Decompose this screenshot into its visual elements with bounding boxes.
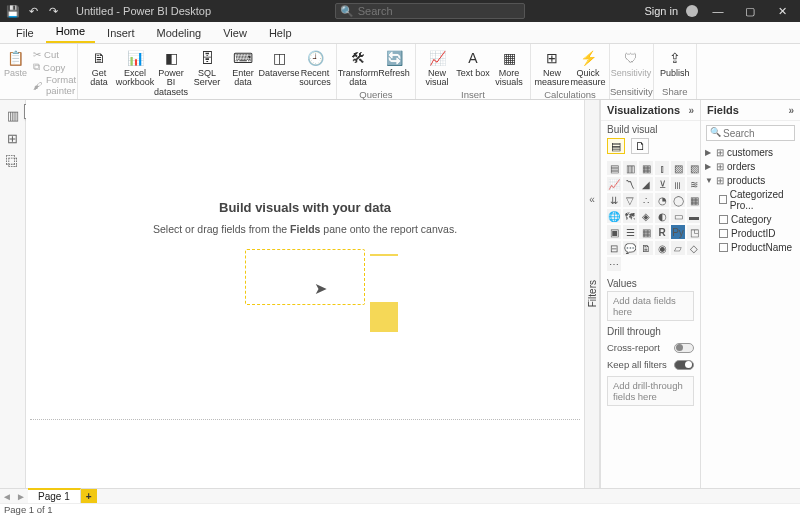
close-button[interactable]: ✕ bbox=[770, 5, 794, 18]
report-view-icon[interactable]: ▥ bbox=[7, 108, 19, 123]
line-chart-icon[interactable]: 📈 bbox=[607, 177, 621, 191]
azure-map-icon[interactable]: ◈ bbox=[639, 209, 653, 223]
narrative-icon[interactable]: 🗎 bbox=[639, 241, 653, 255]
goals-icon[interactable]: ◉ bbox=[655, 241, 669, 255]
checkbox[interactable] bbox=[719, 229, 728, 238]
donut-icon[interactable]: ◯ bbox=[671, 193, 685, 207]
table-products[interactable]: ▼⊞products bbox=[705, 173, 796, 187]
tab-insert[interactable]: Insert bbox=[97, 24, 145, 43]
clustered-column-icon[interactable]: ⫿ bbox=[655, 161, 669, 175]
funnel-icon[interactable]: ▽ bbox=[623, 193, 637, 207]
filters-pane-collapsed[interactable]: Filters bbox=[584, 100, 600, 488]
maximize-button[interactable]: ▢ bbox=[738, 5, 762, 18]
powerapps-icon[interactable]: ◇ bbox=[687, 241, 701, 255]
checkbox[interactable] bbox=[719, 243, 728, 252]
quick-measure-button[interactable]: ⚡Quick measure bbox=[571, 47, 605, 88]
save-icon[interactable]: 💾 bbox=[6, 4, 20, 18]
ribbon-chart-icon[interactable]: ≋ bbox=[687, 177, 701, 191]
tab-modeling[interactable]: Modeling bbox=[147, 24, 212, 43]
py-visual-icon[interactable]: Py bbox=[671, 225, 685, 239]
refresh-button[interactable]: 🔄Refresh bbox=[377, 47, 411, 78]
100-bar-icon[interactable]: ▨ bbox=[671, 161, 685, 175]
enter-data-button[interactable]: ⌨Enter data bbox=[226, 47, 260, 88]
table-icon: ⊞ bbox=[716, 161, 724, 172]
field-productname[interactable]: ProductName bbox=[719, 240, 796, 254]
stacked-area-icon[interactable]: ◢ bbox=[639, 177, 653, 191]
gauge-icon[interactable]: ◐ bbox=[655, 209, 669, 223]
table-icon[interactable]: ▦ bbox=[639, 225, 653, 239]
new-measure-button[interactable]: ⊞New measure bbox=[535, 47, 569, 88]
checkbox[interactable] bbox=[719, 215, 728, 224]
avatar[interactable] bbox=[686, 5, 698, 17]
tab-help[interactable]: Help bbox=[259, 24, 302, 43]
drill-well[interactable]: Add drill-through fields here bbox=[607, 376, 694, 406]
text-box-button[interactable]: AText box bbox=[456, 47, 490, 78]
tab-view[interactable]: View bbox=[213, 24, 257, 43]
map-icon[interactable]: 🌐 bbox=[607, 209, 621, 223]
stacked-bar-icon[interactable]: ▤ bbox=[607, 161, 621, 175]
excel-button[interactable]: 📊Excel workbook bbox=[118, 47, 152, 88]
waterfall-icon[interactable]: ⇊ bbox=[607, 193, 621, 207]
format-visual-tab[interactable]: 🗋 bbox=[631, 138, 649, 154]
collapse-fields-icon[interactable]: » bbox=[788, 105, 794, 116]
key-influencers-icon[interactable]: ◳ bbox=[687, 225, 701, 239]
tab-home[interactable]: Home bbox=[46, 22, 95, 43]
next-page-button[interactable]: ► bbox=[14, 489, 28, 503]
100-column-icon[interactable]: ▧ bbox=[687, 161, 701, 175]
slicer-icon[interactable]: ☰ bbox=[623, 225, 637, 239]
prev-page-button[interactable]: ◄ bbox=[0, 489, 14, 503]
field-productid[interactable]: ProductID bbox=[719, 226, 796, 240]
dataverse-button[interactable]: ◫Dataverse bbox=[262, 47, 296, 78]
model-view-icon[interactable]: ⿻ bbox=[6, 154, 19, 169]
report-canvas[interactable]: Build visuals with your data Select or d… bbox=[26, 100, 584, 488]
get-data-button[interactable]: 🗎Get data bbox=[82, 47, 116, 88]
quickmeasure-icon: ⚡ bbox=[579, 49, 597, 67]
filled-map-icon[interactable]: 🗺 bbox=[623, 209, 637, 223]
cross-report-toggle[interactable] bbox=[674, 343, 694, 353]
multi-card-icon[interactable]: ▬ bbox=[687, 209, 701, 223]
checkbox[interactable] bbox=[719, 195, 727, 204]
keep-filters-toggle[interactable] bbox=[674, 360, 694, 370]
global-search[interactable]: 🔍 bbox=[335, 3, 525, 19]
transform-data-button[interactable]: 🛠Transform data bbox=[341, 47, 375, 88]
decomp-tree-icon[interactable]: ⊟ bbox=[607, 241, 621, 255]
scatter-icon[interactable]: ∴ bbox=[639, 193, 653, 207]
fields-search-input[interactable] bbox=[706, 125, 795, 141]
field-categorized[interactable]: Categorized Pro... bbox=[719, 187, 796, 212]
pbi-datasets-button[interactable]: ◧Power BI datasets bbox=[154, 47, 188, 97]
data-view-icon[interactable]: ⊞ bbox=[7, 131, 18, 146]
line-clustered-icon[interactable]: ⫼ bbox=[671, 177, 685, 191]
redo-icon[interactable]: ↷ bbox=[46, 4, 60, 18]
kpi-icon[interactable]: ▣ bbox=[607, 225, 621, 239]
minimize-button[interactable]: — bbox=[706, 5, 730, 17]
r-visual-icon[interactable]: R bbox=[655, 225, 669, 239]
more-visuals-button[interactable]: ▦More visuals bbox=[492, 47, 526, 88]
line-column-icon[interactable]: ⊻ bbox=[655, 177, 669, 191]
page-tab-1[interactable]: Page 1 bbox=[28, 488, 81, 503]
card-icon[interactable]: ▭ bbox=[671, 209, 685, 223]
collapse-viz-icon[interactable]: » bbox=[688, 105, 694, 116]
tab-file[interactable]: File bbox=[6, 24, 44, 43]
table-customers[interactable]: ▶⊞customers bbox=[705, 145, 796, 159]
global-search-input[interactable] bbox=[358, 5, 520, 17]
publish-button[interactable]: ⇪Publish bbox=[658, 47, 692, 78]
paginated-icon[interactable]: ▱ bbox=[671, 241, 685, 255]
fields-title: Fields bbox=[707, 104, 739, 116]
undo-icon[interactable]: ↶ bbox=[26, 4, 40, 18]
signin-link[interactable]: Sign in bbox=[644, 5, 678, 17]
area-chart-icon[interactable]: 〽 bbox=[623, 177, 637, 191]
build-visual-tab[interactable]: ▤ bbox=[607, 138, 625, 154]
field-category[interactable]: Category bbox=[719, 212, 796, 226]
treemap-icon[interactable]: ▦ bbox=[687, 193, 701, 207]
values-well[interactable]: Add data fields here bbox=[607, 291, 694, 321]
more-visuals-icon[interactable]: ⋯ bbox=[607, 257, 621, 271]
add-page-button[interactable]: + bbox=[81, 489, 97, 503]
clustered-bar-icon[interactable]: ▦ bbox=[639, 161, 653, 175]
new-visual-button[interactable]: 📈New visual bbox=[420, 47, 454, 88]
stacked-column-icon[interactable]: ▥ bbox=[623, 161, 637, 175]
recent-sources-button[interactable]: 🕘Recent sources bbox=[298, 47, 332, 88]
sql-button[interactable]: 🗄SQL Server bbox=[190, 47, 224, 88]
table-orders[interactable]: ▶⊞orders bbox=[705, 159, 796, 173]
pie-icon[interactable]: ◔ bbox=[655, 193, 669, 207]
qa-icon[interactable]: 💬 bbox=[623, 241, 637, 255]
